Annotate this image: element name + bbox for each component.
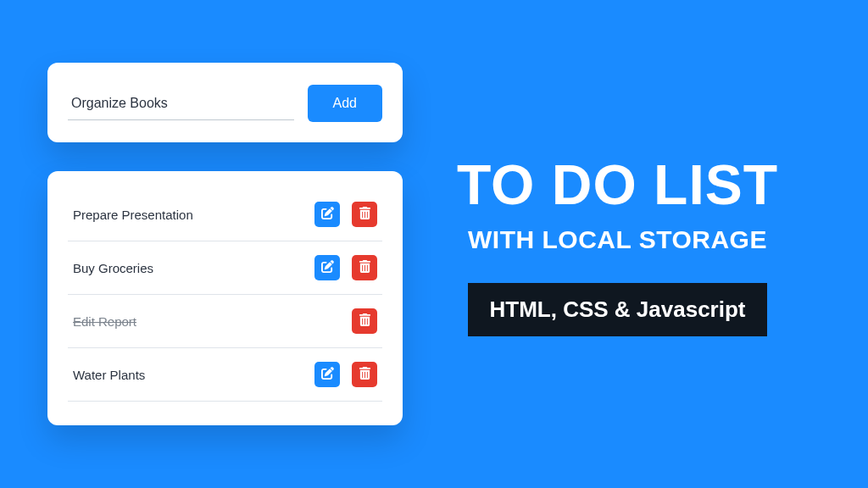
edit-button[interactable] [314,202,340,227]
trash-icon [359,207,371,222]
task-row: Buy Groceries [68,241,382,295]
task-input[interactable] [68,87,294,120]
hero-text: TO DO LIST WITH LOCAL STORAGE HTML, CSS … [403,152,868,336]
task-row: Prepare Presentation [68,188,382,241]
edit-icon [321,367,334,382]
task-row: Edit Report [68,295,382,348]
delete-button[interactable] [352,255,377,280]
task-list: Prepare PresentationBuy GroceriesEdit Re… [47,171,403,425]
trash-icon [359,367,371,382]
delete-button[interactable] [352,308,377,334]
delete-button[interactable] [352,202,377,227]
add-button[interactable]: Add [308,85,382,122]
tech-badge: HTML, CSS & Javascript [468,283,768,336]
task-label[interactable]: Edit Report [73,314,136,329]
edit-icon [321,207,334,222]
hero-subtitle: WITH LOCAL STORAGE [468,225,767,254]
delete-button[interactable] [352,362,377,387]
trash-icon [359,313,371,329]
task-actions [352,308,377,334]
task-actions [314,255,377,280]
task-label[interactable]: Water Plants [73,368,145,382]
hero-title: TO DO LIST [457,152,778,217]
edit-button[interactable] [314,362,340,387]
task-row: Water Plants [68,348,382,402]
input-card: Add [47,63,403,142]
task-label[interactable]: Buy Groceries [73,261,153,275]
trash-icon [359,260,371,275]
edit-icon [321,260,334,275]
todo-app: Add Prepare PresentationBuy GroceriesEdi… [0,63,403,425]
edit-button[interactable] [314,255,340,280]
task-actions [314,362,377,387]
task-actions [314,202,377,227]
task-label[interactable]: Prepare Presentation [73,208,193,222]
